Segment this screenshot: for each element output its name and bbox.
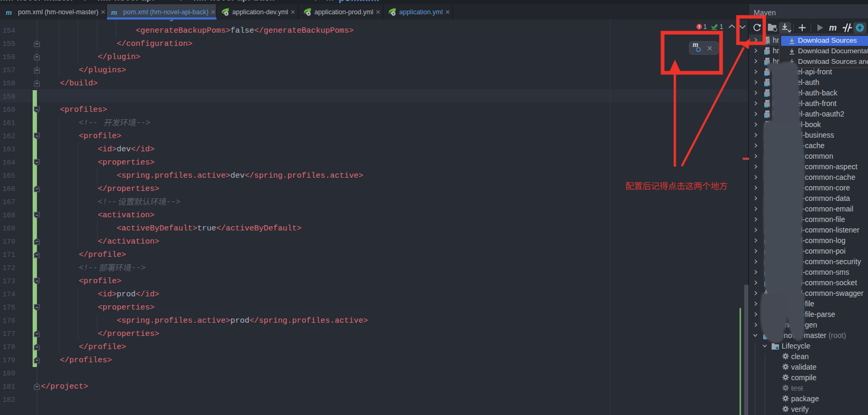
svg-text:m: m	[765, 82, 768, 87]
svg-text:m: m	[765, 251, 768, 256]
svg-text:m: m	[764, 335, 767, 340]
svg-text:m: m	[765, 103, 768, 108]
svg-text:m: m	[765, 240, 768, 245]
svg-text:m: m	[765, 188, 768, 192]
svg-text:m: m	[765, 325, 768, 330]
svg-text:m: m	[765, 72, 768, 76]
svg-text:m: m	[765, 135, 768, 140]
svg-text:m: m	[765, 283, 768, 287]
svg-text:m: m	[765, 51, 768, 55]
svg-text:m: m	[765, 177, 768, 182]
svg-text:m: m	[765, 167, 768, 171]
svg-text:m: m	[765, 124, 768, 129]
svg-text:m: m	[111, 8, 117, 16]
svg-text:m: m	[765, 262, 768, 266]
svg-text:1: 1	[703, 23, 707, 31]
svg-text:m: m	[829, 23, 837, 32]
svg-text:m: m	[765, 146, 768, 150]
svg-text:m: m	[765, 93, 768, 98]
svg-text:m: m	[765, 293, 768, 298]
svg-text:m: m	[765, 219, 768, 224]
svg-text:m: m	[765, 230, 768, 235]
svg-text:m: m	[765, 61, 768, 66]
svg-text:m: m	[765, 40, 768, 45]
svg-text:m: m	[765, 314, 768, 319]
svg-text:m: m	[765, 272, 768, 277]
svg-text:m: m	[765, 209, 768, 214]
svg-text:m: m	[765, 114, 768, 119]
svg-text:1: 1	[719, 23, 723, 31]
svg-text:m: m	[765, 198, 768, 203]
svg-text:m: m	[765, 304, 768, 308]
svg-text:m: m	[765, 156, 768, 161]
svg-text:m: m	[6, 8, 12, 16]
